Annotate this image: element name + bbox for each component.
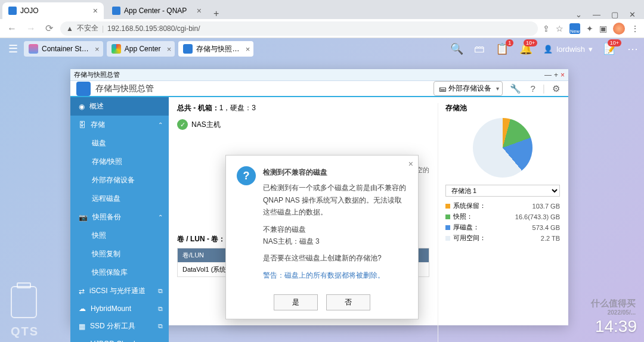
close-icon[interactable]: × <box>197 6 202 15</box>
sidebar-item-external[interactable]: 外部存储设备 <box>70 171 169 189</box>
sidebar-item-hybridmount[interactable]: ☁HybridMount⧉ <box>70 300 169 317</box>
tab-title: JOJO <box>20 7 39 15</box>
qts-desktop: ☰ Container St… × App Center × 存储与快照… × … <box>0 38 644 342</box>
taskbar-app-active[interactable]: 存储与快照… × <box>178 41 253 57</box>
close-icon[interactable]: × <box>167 45 172 54</box>
legend-row: 厚磁盘：573.4 GB <box>445 223 560 232</box>
tab-title: App Center - QNAP <box>124 7 187 15</box>
search-icon[interactable]: 🔍 <box>450 42 463 55</box>
legend-row: 系统保留：103.7 GB <box>445 201 560 210</box>
dialog-title: 检测到不兼容的磁盘 <box>263 166 407 178</box>
no-button[interactable]: 否 <box>326 294 370 310</box>
watermark: 什么值得买 2022/05/... <box>591 298 636 316</box>
sidebar-item-remote[interactable]: 远程磁盘 <box>70 189 169 208</box>
dialog-text: 是否要在这些磁盘上创建新的存储池? <box>263 252 407 264</box>
wrench-icon[interactable]: 🔧 <box>507 83 524 94</box>
url-text: 192.168.50.195:8080/cgi-bin/ <box>107 24 200 33</box>
dashboard-icon[interactable]: 📋1 <box>496 42 509 55</box>
external-link-icon: ⧉ <box>158 287 163 295</box>
minimize-button[interactable]: — <box>544 71 552 79</box>
new-tab-button[interactable]: + <box>208 8 225 19</box>
url-input[interactable]: ▲ 不安全 | 192.168.50.195:8080/cgi-bin/ <box>60 21 538 36</box>
taskbar-app[interactable]: Container St… × <box>24 41 103 57</box>
sidebar-item-vjbod[interactable]: ☁VJBOD Cloud⧉ <box>70 335 169 342</box>
forward-button: → <box>24 23 38 34</box>
yes-button[interactable]: 是 <box>274 294 318 310</box>
app-label: 存储与快照… <box>196 44 239 54</box>
browser-tab-strip: JOJO × App Center - QNAP × + ⌄ — ▢ ✕ <box>0 0 644 19</box>
browser-tab[interactable]: App Center - QNAP × <box>106 2 208 19</box>
drive-icon: 🖴 <box>439 85 446 93</box>
help-icon[interactable]: ? <box>528 83 538 94</box>
user-icon: 👤 <box>543 45 553 54</box>
qts-topbar: ☰ Container St… × App Center × 存储与快照… × … <box>0 38 644 60</box>
sidebar-item-snapshot-copy[interactable]: 快照复制 <box>70 245 169 263</box>
reload-button[interactable]: ⟳ <box>43 23 55 34</box>
trash-icon[interactable] <box>11 286 37 318</box>
volume-icon[interactable]: 🗃 <box>474 43 485 55</box>
external-storage-dropdown[interactable]: 🖴 外部存储设备 <box>434 81 503 96</box>
puzzle-icon[interactable]: ✦ <box>586 24 593 33</box>
app-icon <box>183 44 193 54</box>
close-icon[interactable]: × <box>408 159 413 169</box>
security-label: 不安全 <box>77 23 98 33</box>
menu-icon[interactable]: ☰ <box>6 40 20 58</box>
reading-list-icon[interactable]: ▣ <box>599 24 607 33</box>
window-header: 存储与快照总管 🖴 外部存储设备 🔧 ? | ⚙ <box>70 81 568 97</box>
link-icon: ⇄ <box>79 287 85 296</box>
maximize-button[interactable]: + <box>554 71 558 79</box>
sidebar-item-disk[interactable]: 磁盘 <box>70 134 169 153</box>
notes-icon[interactable]: 📝10+ <box>603 42 617 55</box>
external-link-icon: ⧉ <box>158 340 163 343</box>
sidebar-item-storage[interactable]: 🗄存储 <box>70 116 169 134</box>
storage-icon <box>76 82 91 96</box>
username: lordwish <box>556 45 585 54</box>
minimize-button[interactable]: — <box>593 10 600 19</box>
dialog-text: 已检测到有一个或多个磁盘之前是由不兼容的 QNAP NAS 操作系统写入数据的。… <box>263 182 407 218</box>
info-icon: ? <box>237 166 256 185</box>
back-button[interactable]: ← <box>5 23 19 34</box>
close-button[interactable]: ✕ <box>629 10 636 19</box>
chevron-down-icon[interactable]: ⌄ <box>575 10 582 19</box>
maximize-button[interactable]: ▢ <box>611 10 618 19</box>
star-icon[interactable]: ☆ <box>556 24 564 33</box>
storage-pool-panel: 存储池 存储池 1 系统保留：103.7 GB快照：16.6(743.3) GB… <box>438 103 560 342</box>
cloud-icon: ☁ <box>79 304 86 313</box>
gear-icon[interactable]: ⚙ <box>550 83 562 94</box>
sidebar: ◉概述 🗄存储 磁盘 存储/快照 外部存储设备 远程磁盘 📷快照备份 快照 快照… <box>70 97 169 342</box>
sidebar-item-snapshot[interactable]: 快照 <box>70 226 169 245</box>
menu-icon[interactable]: ⋮ <box>631 24 639 33</box>
app-label: Container St… <box>42 45 89 53</box>
sidebar-item-snapshot-vault[interactable]: 快照保险库 <box>70 263 169 282</box>
window-titlebar[interactable]: 存储与快照总管 — + × <box>70 69 568 81</box>
pool-title: 存储池 <box>445 103 560 113</box>
app-label: App Center <box>125 45 161 53</box>
nas-host-row[interactable]: ✓ NAS主机 <box>177 119 429 130</box>
close-icon[interactable]: × <box>246 45 250 54</box>
close-icon[interactable]: × <box>93 6 98 15</box>
close-button[interactable]: × <box>561 71 565 79</box>
clock: 14:39 <box>595 317 637 336</box>
share-icon[interactable]: ⇪ <box>543 24 550 33</box>
sidebar-item-storage-snapshot[interactable]: 存储/快照 <box>70 153 169 171</box>
close-icon[interactable]: × <box>95 45 100 54</box>
cloud-icon: ☁ <box>79 340 86 342</box>
more-icon[interactable]: ⋯ <box>627 42 638 55</box>
bell-icon[interactable]: 🔔10+ <box>519 42 532 55</box>
ssd-icon: ▦ <box>79 322 85 331</box>
extension-icon[interactable]: New <box>569 23 580 34</box>
sidebar-item-iscsi[interactable]: ⇄iSCSI 与光纤通道⧉ <box>70 282 169 300</box>
pool-select[interactable]: 存储池 1 <box>445 185 560 197</box>
window-title: 存储与快照总管 <box>74 70 120 79</box>
user-menu[interactable]: 👤 lordwish ▾ <box>543 45 593 54</box>
browser-tab[interactable]: JOJO × <box>2 2 104 19</box>
sidebar-item-overview[interactable]: ◉概述 <box>70 97 169 116</box>
sidebar-item-snapshot-backup[interactable]: 📷快照备份 <box>70 208 169 226</box>
taskbar-app[interactable]: App Center × <box>107 41 175 57</box>
address-bar: ← → ⟳ ▲ 不安全 | 192.168.50.195:8080/cgi-bi… <box>0 19 644 38</box>
chevron-down-icon: ▾ <box>589 45 593 54</box>
sidebar-item-ssd[interactable]: ▦SSD 分析工具⧉ <box>70 317 169 335</box>
summary-text: 总共 - 机箱：1，硬盘：3 <box>177 103 429 113</box>
profile-avatar[interactable] <box>613 23 625 35</box>
legend-row: 快照：16.6(743.3) GB <box>445 212 560 221</box>
